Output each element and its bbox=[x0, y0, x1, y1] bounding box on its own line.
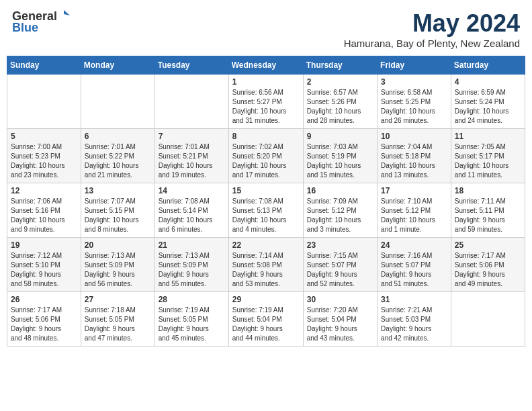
calendar-cell: 2Sunrise: 6:57 AM Sunset: 5:26 PM Daylig… bbox=[303, 75, 377, 129]
calendar-cell: 7Sunrise: 7:01 AM Sunset: 5:21 PM Daylig… bbox=[154, 129, 228, 183]
day-number: 1 bbox=[232, 77, 300, 87]
day-info: Sunrise: 7:14 AM Sunset: 5:08 PM Dayligh… bbox=[232, 251, 300, 289]
day-number: 17 bbox=[381, 186, 447, 195]
day-number: 30 bbox=[307, 295, 373, 304]
day-number: 31 bbox=[381, 295, 447, 304]
day-info: Sunrise: 7:07 AM Sunset: 5:15 PM Dayligh… bbox=[85, 197, 151, 234]
calendar-cell: 6Sunrise: 7:01 AM Sunset: 5:22 PM Daylig… bbox=[81, 129, 154, 183]
calendar-week-4: 19Sunrise: 7:12 AM Sunset: 5:10 PM Dayli… bbox=[7, 238, 525, 292]
day-number: 7 bbox=[159, 132, 225, 141]
column-header-friday: Friday bbox=[378, 56, 451, 75]
day-info: Sunrise: 6:57 AM Sunset: 5:26 PM Dayligh… bbox=[307, 88, 373, 126]
calendar-cell: 26Sunrise: 7:17 AM Sunset: 5:06 PM Dayli… bbox=[7, 292, 81, 347]
day-number: 2 bbox=[307, 77, 373, 87]
logo-bird-icon bbox=[58, 9, 70, 21]
day-number: 11 bbox=[455, 132, 521, 141]
calendar-cell bbox=[7, 75, 81, 129]
column-header-sunday: Sunday bbox=[7, 56, 81, 75]
day-info: Sunrise: 7:18 AM Sunset: 5:05 PM Dayligh… bbox=[85, 306, 151, 343]
day-info: Sunrise: 7:17 AM Sunset: 5:06 PM Dayligh… bbox=[11, 306, 77, 343]
calendar-week-2: 5Sunrise: 7:00 AM Sunset: 5:23 PM Daylig… bbox=[7, 129, 525, 183]
day-info: Sunrise: 7:06 AM Sunset: 5:16 PM Dayligh… bbox=[11, 197, 77, 234]
calendar-cell: 29Sunrise: 7:19 AM Sunset: 5:04 PM Dayli… bbox=[228, 292, 303, 347]
day-info: Sunrise: 7:19 AM Sunset: 5:04 PM Dayligh… bbox=[232, 306, 300, 343]
column-header-tuesday: Tuesday bbox=[154, 56, 228, 75]
day-info: Sunrise: 7:08 AM Sunset: 5:14 PM Dayligh… bbox=[159, 197, 225, 234]
calendar-cell: 8Sunrise: 7:02 AM Sunset: 5:20 PM Daylig… bbox=[228, 129, 303, 183]
calendar-cell: 20Sunrise: 7:13 AM Sunset: 5:09 PM Dayli… bbox=[81, 238, 154, 292]
calendar-cell: 13Sunrise: 7:07 AM Sunset: 5:15 PM Dayli… bbox=[81, 183, 154, 238]
calendar-cell: 30Sunrise: 7:20 AM Sunset: 5:04 PM Dayli… bbox=[303, 292, 377, 347]
day-number: 26 bbox=[11, 295, 77, 304]
column-header-thursday: Thursday bbox=[303, 56, 377, 75]
calendar-cell: 19Sunrise: 7:12 AM Sunset: 5:10 PM Dayli… bbox=[7, 238, 81, 292]
day-info: Sunrise: 7:12 AM Sunset: 5:10 PM Dayligh… bbox=[11, 251, 77, 289]
calendar-cell: 22Sunrise: 7:14 AM Sunset: 5:08 PM Dayli… bbox=[228, 238, 303, 292]
calendar-header-row: SundayMondayTuesdayWednesdayThursdayFrid… bbox=[7, 56, 525, 75]
day-info: Sunrise: 6:59 AM Sunset: 5:24 PM Dayligh… bbox=[455, 88, 521, 126]
day-number: 10 bbox=[381, 132, 447, 141]
day-number: 18 bbox=[455, 186, 521, 195]
calendar-cell: 24Sunrise: 7:16 AM Sunset: 5:07 PM Dayli… bbox=[378, 238, 451, 292]
calendar-week-5: 26Sunrise: 7:17 AM Sunset: 5:06 PM Dayli… bbox=[7, 292, 525, 347]
day-number: 22 bbox=[232, 240, 300, 250]
day-number: 9 bbox=[307, 132, 373, 141]
column-header-wednesday: Wednesday bbox=[228, 56, 303, 75]
day-info: Sunrise: 7:15 AM Sunset: 5:07 PM Dayligh… bbox=[307, 251, 373, 289]
calendar-week-1: 1Sunrise: 6:56 AM Sunset: 5:27 PM Daylig… bbox=[7, 75, 525, 129]
day-number: 12 bbox=[11, 186, 77, 195]
day-info: Sunrise: 7:17 AM Sunset: 5:06 PM Dayligh… bbox=[455, 251, 521, 289]
calendar-cell: 31Sunrise: 7:21 AM Sunset: 5:03 PM Dayli… bbox=[378, 292, 451, 347]
day-number: 19 bbox=[11, 240, 77, 250]
calendar-table: SundayMondayTuesdayWednesdayThursdayFrid… bbox=[7, 56, 525, 347]
location-text: Hamurana, Bay of Plenty, New Zealand bbox=[344, 38, 520, 49]
day-info: Sunrise: 7:04 AM Sunset: 5:18 PM Dayligh… bbox=[381, 142, 447, 180]
column-header-monday: Monday bbox=[81, 56, 154, 75]
day-number: 16 bbox=[307, 186, 373, 195]
calendar-cell: 25Sunrise: 7:17 AM Sunset: 5:06 PM Dayli… bbox=[451, 238, 525, 292]
day-number: 27 bbox=[85, 295, 151, 304]
day-info: Sunrise: 6:56 AM Sunset: 5:27 PM Dayligh… bbox=[232, 88, 300, 126]
day-number: 29 bbox=[232, 295, 300, 304]
day-info: Sunrise: 7:19 AM Sunset: 5:05 PM Dayligh… bbox=[159, 306, 225, 343]
calendar-cell: 11Sunrise: 7:05 AM Sunset: 5:17 PM Dayli… bbox=[451, 129, 525, 183]
day-number: 4 bbox=[455, 77, 521, 87]
calendar-week-3: 12Sunrise: 7:06 AM Sunset: 5:16 PM Dayli… bbox=[7, 183, 525, 238]
day-info: Sunrise: 7:09 AM Sunset: 5:12 PM Dayligh… bbox=[307, 197, 373, 234]
day-info: Sunrise: 7:10 AM Sunset: 5:12 PM Dayligh… bbox=[381, 197, 447, 234]
calendar-cell: 27Sunrise: 7:18 AM Sunset: 5:05 PM Dayli… bbox=[81, 292, 154, 347]
calendar-cell: 17Sunrise: 7:10 AM Sunset: 5:12 PM Dayli… bbox=[378, 183, 451, 238]
day-info: Sunrise: 7:13 AM Sunset: 5:09 PM Dayligh… bbox=[159, 251, 225, 289]
day-info: Sunrise: 7:13 AM Sunset: 5:09 PM Dayligh… bbox=[85, 251, 151, 289]
day-info: Sunrise: 7:02 AM Sunset: 5:20 PM Dayligh… bbox=[232, 142, 300, 180]
calendar-cell: 12Sunrise: 7:06 AM Sunset: 5:16 PM Dayli… bbox=[7, 183, 81, 238]
calendar-cell: 15Sunrise: 7:08 AM Sunset: 5:13 PM Dayli… bbox=[228, 183, 303, 238]
calendar-cell: 14Sunrise: 7:08 AM Sunset: 5:14 PM Dayli… bbox=[154, 183, 228, 238]
calendar-cell: 23Sunrise: 7:15 AM Sunset: 5:07 PM Dayli… bbox=[303, 238, 377, 292]
day-number: 25 bbox=[455, 240, 521, 250]
day-info: Sunrise: 7:11 AM Sunset: 5:11 PM Dayligh… bbox=[455, 197, 521, 234]
svg-marker-0 bbox=[64, 10, 70, 15]
day-info: Sunrise: 7:21 AM Sunset: 5:03 PM Dayligh… bbox=[381, 306, 447, 343]
day-number: 20 bbox=[85, 240, 151, 250]
logo: General Blue bbox=[12, 9, 70, 35]
calendar-cell: 9Sunrise: 7:03 AM Sunset: 5:19 PM Daylig… bbox=[303, 129, 377, 183]
day-info: Sunrise: 7:05 AM Sunset: 5:17 PM Dayligh… bbox=[455, 142, 521, 180]
calendar-cell: 10Sunrise: 7:04 AM Sunset: 5:18 PM Dayli… bbox=[378, 129, 451, 183]
calendar-cell: 4Sunrise: 6:59 AM Sunset: 5:24 PM Daylig… bbox=[451, 75, 525, 129]
day-number: 28 bbox=[159, 295, 225, 304]
month-title: May 2024 bbox=[344, 9, 520, 38]
calendar-cell: 1Sunrise: 6:56 AM Sunset: 5:27 PM Daylig… bbox=[228, 75, 303, 129]
calendar-cell bbox=[81, 75, 154, 129]
calendar-cell: 5Sunrise: 7:00 AM Sunset: 5:23 PM Daylig… bbox=[7, 129, 81, 183]
day-info: Sunrise: 7:20 AM Sunset: 5:04 PM Dayligh… bbox=[307, 306, 373, 343]
day-number: 5 bbox=[11, 132, 77, 141]
day-info: Sunrise: 7:00 AM Sunset: 5:23 PM Dayligh… bbox=[11, 142, 77, 180]
calendar-cell bbox=[451, 292, 525, 347]
title-area: May 2024 Hamurana, Bay of Plenty, New Ze… bbox=[344, 9, 520, 49]
day-number: 8 bbox=[232, 132, 300, 141]
day-info: Sunrise: 7:01 AM Sunset: 5:22 PM Dayligh… bbox=[85, 142, 151, 180]
day-info: Sunrise: 6:58 AM Sunset: 5:25 PM Dayligh… bbox=[381, 88, 447, 126]
day-number: 24 bbox=[381, 240, 447, 250]
day-number: 14 bbox=[159, 186, 225, 195]
